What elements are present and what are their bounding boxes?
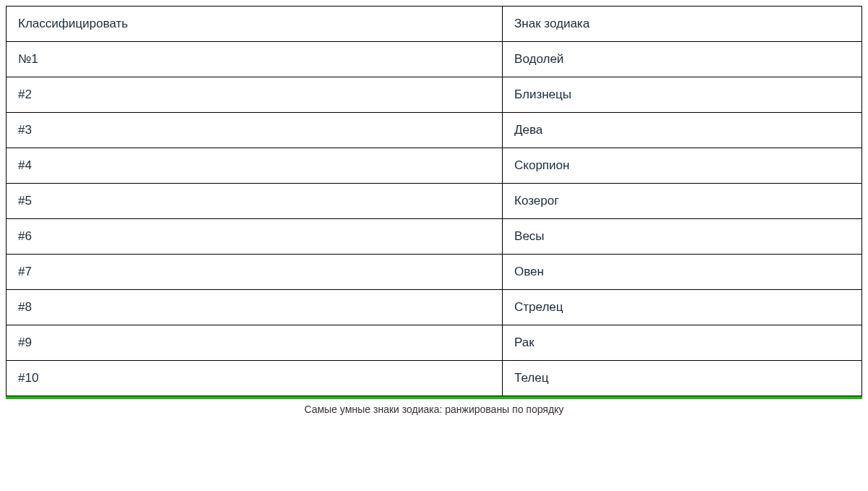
sign-cell: Овен bbox=[503, 255, 861, 290]
table-row: №1 Водолей bbox=[7, 42, 861, 77]
table-row: #2 Близнецы bbox=[7, 77, 861, 113]
rank-cell: #6 bbox=[7, 219, 503, 255]
zodiac-table-container: Классифицировать Знак зодиака №1 Водолей… bbox=[6, 6, 862, 396]
table-caption: Самые умные знаки зодиака: ранжированы п… bbox=[6, 399, 862, 415]
table-row: #10 Телец bbox=[7, 361, 861, 396]
sign-cell: Близнецы bbox=[503, 77, 861, 113]
rank-cell: #4 bbox=[7, 148, 503, 184]
column-header-sign: Знак зодиака bbox=[503, 7, 861, 42]
sign-cell: Козерог bbox=[503, 184, 861, 219]
sign-cell: Скорпион bbox=[503, 148, 861, 184]
rank-cell: #10 bbox=[7, 361, 503, 396]
sign-cell: Весы bbox=[503, 219, 861, 255]
sign-cell: Телец bbox=[503, 361, 861, 396]
zodiac-ranking-table: Классифицировать Знак зодиака №1 Водолей… bbox=[7, 7, 861, 396]
rank-cell: #5 bbox=[7, 184, 503, 219]
rank-cell: #8 bbox=[7, 290, 503, 325]
sign-cell: Водолей bbox=[503, 42, 861, 77]
sign-cell: Стрелец bbox=[503, 290, 861, 325]
table-row: #9 Рак bbox=[7, 325, 861, 361]
table-row: #5 Козерог bbox=[7, 184, 861, 219]
sign-cell: Дева bbox=[503, 113, 861, 148]
table-header-row: Классифицировать Знак зодиака bbox=[7, 7, 861, 42]
table-row: #8 Стрелец bbox=[7, 290, 861, 325]
rank-cell: #9 bbox=[7, 325, 503, 361]
rank-cell: #3 bbox=[7, 113, 503, 148]
rank-cell: №1 bbox=[7, 42, 503, 77]
column-header-rank: Классифицировать bbox=[7, 7, 503, 42]
table-row: #3 Дева bbox=[7, 113, 861, 148]
table-row: #6 Весы bbox=[7, 219, 861, 255]
rank-cell: #2 bbox=[7, 77, 503, 113]
table-row: #4 Скорпион bbox=[7, 148, 861, 184]
table-row: #7 Овен bbox=[7, 255, 861, 290]
rank-cell: #7 bbox=[7, 255, 503, 290]
sign-cell: Рак bbox=[503, 325, 861, 361]
